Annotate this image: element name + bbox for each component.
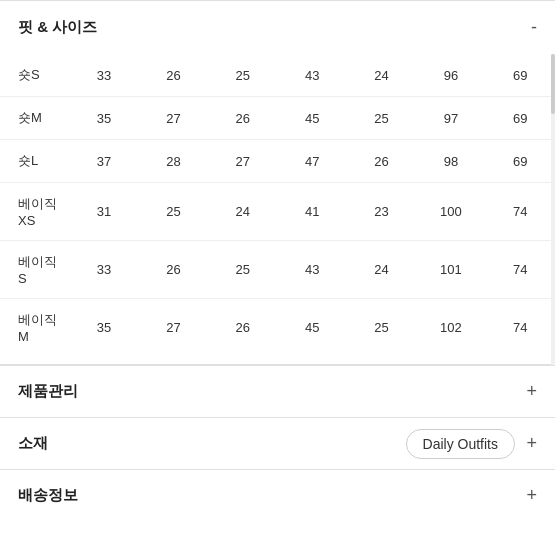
table-row: 베이직M352726452510274 xyxy=(0,299,555,357)
row-cell: 96 xyxy=(416,54,485,97)
size-table-container: 숏S33262543249669숏M35272645259769숏L372827… xyxy=(0,54,555,365)
row-label: 숏S xyxy=(0,54,69,97)
row-cell: 45 xyxy=(278,97,347,140)
size-table: 숏S33262543249669숏M35272645259769숏L372827… xyxy=(0,54,555,356)
row-cell: 25 xyxy=(139,183,208,241)
row-cell: 47 xyxy=(278,140,347,183)
row-cell: 74 xyxy=(486,299,555,357)
product-care-title: 제품관리 xyxy=(18,382,78,401)
row-cell: 41 xyxy=(278,183,347,241)
row-cell: 43 xyxy=(278,241,347,299)
shipping-toggle[interactable]: + xyxy=(526,485,537,506)
fit-size-section-header: 핏 & 사이즈 - xyxy=(0,0,555,54)
row-cell: 69 xyxy=(486,97,555,140)
row-cell: 26 xyxy=(139,241,208,299)
row-cell: 26 xyxy=(347,140,416,183)
size-table-wrapper: 숏S33262543249669숏M35272645259769숏L372827… xyxy=(0,54,555,365)
scrollbar-thumb xyxy=(551,54,555,114)
product-care-toggle[interactable]: + xyxy=(526,381,537,402)
row-cell: 27 xyxy=(208,140,277,183)
row-cell: 25 xyxy=(347,97,416,140)
row-label: 베이직XS xyxy=(0,183,69,241)
row-cell: 33 xyxy=(69,54,138,97)
row-cell: 28 xyxy=(139,140,208,183)
row-cell: 37 xyxy=(69,140,138,183)
shipping-title: 배송정보 xyxy=(18,486,78,505)
material-section: 소재 Daily Outfits + xyxy=(0,417,555,469)
row-cell: 26 xyxy=(139,54,208,97)
row-cell: 27 xyxy=(139,299,208,357)
row-cell: 25 xyxy=(347,299,416,357)
row-cell: 101 xyxy=(416,241,485,299)
row-cell: 35 xyxy=(69,299,138,357)
table-row: 베이직XS312524412310074 xyxy=(0,183,555,241)
row-cell: 69 xyxy=(486,54,555,97)
row-cell: 97 xyxy=(416,97,485,140)
row-cell: 33 xyxy=(69,241,138,299)
row-cell: 25 xyxy=(208,54,277,97)
table-row: 베이직S332625432410174 xyxy=(0,241,555,299)
row-cell: 45 xyxy=(278,299,347,357)
row-cell: 24 xyxy=(347,241,416,299)
row-cell: 24 xyxy=(347,54,416,97)
row-cell: 74 xyxy=(486,241,555,299)
daily-outfits-button[interactable]: Daily Outfits xyxy=(406,429,515,459)
table-row: 숏L37282747269869 xyxy=(0,140,555,183)
row-cell: 26 xyxy=(208,299,277,357)
row-cell: 31 xyxy=(69,183,138,241)
row-cell: 27 xyxy=(139,97,208,140)
row-cell: 23 xyxy=(347,183,416,241)
fit-size-toggle[interactable]: - xyxy=(531,17,537,38)
row-cell: 26 xyxy=(208,97,277,140)
scrollbar-track xyxy=(551,54,555,365)
row-label: 베이직S xyxy=(0,241,69,299)
table-row: 숏M35272645259769 xyxy=(0,97,555,140)
table-row: 숏S33262543249669 xyxy=(0,54,555,97)
row-cell: 35 xyxy=(69,97,138,140)
row-cell: 43 xyxy=(278,54,347,97)
row-cell: 25 xyxy=(208,241,277,299)
fit-size-title: 핏 & 사이즈 xyxy=(18,18,97,37)
row-cell: 69 xyxy=(486,140,555,183)
page-container: 핏 & 사이즈 - 숏S33262543249669숏M352726452597… xyxy=(0,0,555,555)
material-toggle[interactable]: + xyxy=(526,433,537,454)
material-title: 소재 xyxy=(18,434,48,453)
row-cell: 102 xyxy=(416,299,485,357)
product-care-section: 제품관리 + xyxy=(0,365,555,417)
row-cell: 74 xyxy=(486,183,555,241)
row-label: 베이직M xyxy=(0,299,69,357)
row-label: 숏L xyxy=(0,140,69,183)
row-cell: 24 xyxy=(208,183,277,241)
row-cell: 100 xyxy=(416,183,485,241)
row-cell: 98 xyxy=(416,140,485,183)
shipping-section: 배송정보 + xyxy=(0,469,555,521)
row-label: 숏M xyxy=(0,97,69,140)
